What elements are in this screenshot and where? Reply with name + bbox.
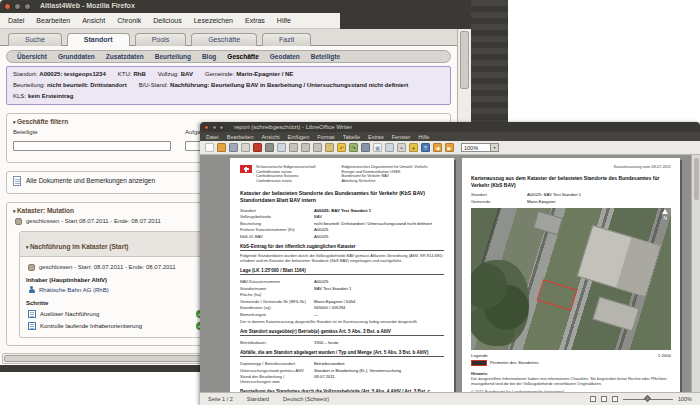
- book-view-icon[interactable]: [612, 396, 618, 402]
- toolbar-icon[interactable]: [229, 143, 238, 152]
- scrollbar-thumb[interactable]: [694, 158, 699, 200]
- writer-menubar: DateiBearbeitenAnsichtEinfügenFormatTabe…: [200, 132, 700, 141]
- browser-app-tab[interactable]: Geschäfte: [191, 33, 257, 46]
- field-rows: BAV-KatasternummerA00025StandortnameBAV …: [240, 279, 444, 317]
- page-style[interactable]: Standard: [247, 396, 269, 402]
- vertical-scrollbar[interactable]: [691, 155, 700, 392]
- toolbar-icon[interactable]: [253, 143, 262, 152]
- browser-app-tab[interactable]: Fazit: [262, 33, 311, 46]
- window-title: Altlast4Web - Mozilla Firefox: [40, 2, 135, 9]
- federal-header: Schweizerische EidgenossenschaftConfédér…: [240, 165, 444, 183]
- section-nav-item[interactable]: Blog: [202, 53, 216, 60]
- zoom-percent: 100%: [678, 396, 692, 402]
- info-pair: Vollzug:BAV: [158, 71, 205, 77]
- multi-page-view-icon[interactable]: [601, 396, 607, 402]
- menu-item[interactable]: Format: [317, 134, 334, 140]
- zoom-slider[interactable]: [623, 399, 673, 400]
- menu-item[interactable]: Ansicht: [261, 134, 279, 140]
- toolbar-icon[interactable]: [217, 143, 226, 152]
- toolbar-icon[interactable]: ✦: [397, 143, 406, 152]
- scrollbar-thumb[interactable]: [4, 355, 204, 362]
- toolbar-icon[interactable]: [241, 143, 250, 152]
- menu-item[interactable]: Extras: [245, 17, 265, 24]
- browser-app-tab[interactable]: Standort: [67, 33, 130, 46]
- doc-field-row: StandortA00025: BAV Test Standort 1: [240, 208, 444, 213]
- menu-item[interactable]: Datei: [206, 134, 219, 140]
- language-indicator[interactable]: Deutsch (Schweiz): [283, 396, 329, 402]
- menu-item[interactable]: Extras: [368, 134, 384, 140]
- toolbar-icon[interactable]: [313, 143, 322, 152]
- writer-titlebar: report (schreibgeschützt) - LibreOffice …: [200, 122, 700, 132]
- perimeter-swatch-icon: [471, 360, 487, 366]
- menu-item[interactable]: Fenster: [392, 134, 411, 140]
- filter-input[interactable]: [13, 141, 171, 151]
- writer-statusbar: Seite 1 / 2 Standard Deutsch (Schweiz) 1…: [200, 392, 700, 405]
- window-controls: [4, 3, 31, 10]
- maximize-button[interactable]: [24, 3, 31, 10]
- toolbar-icon[interactable]: [361, 143, 370, 152]
- browser-app-tab[interactable]: Pools: [135, 33, 187, 46]
- close-button[interactable]: [204, 125, 209, 130]
- section-nav-item[interactable]: Zusatzdaten: [106, 53, 144, 60]
- map-title: Kartenauszug aus dem Kataster der belast…: [471, 175, 671, 188]
- maximize-button[interactable]: [219, 125, 224, 130]
- field-label: Beteiligte: [13, 129, 185, 135]
- section-nav-item[interactable]: Beteiligte: [311, 53, 340, 60]
- section-nav-item[interactable]: Grunddaten: [58, 53, 95, 60]
- legend-item: Perimeter des Standortes: [471, 360, 671, 366]
- toolbar-icon[interactable]: ▶: [445, 143, 454, 152]
- toolbar-icon[interactable]: ★: [409, 143, 418, 152]
- menu-item[interactable]: Chronik: [117, 17, 141, 24]
- toolbar-icon[interactable]: [277, 143, 286, 152]
- minimize-button[interactable]: [14, 3, 21, 10]
- section-heading: Lage (LK 1:25'000 / Blatt 1164): [240, 268, 444, 275]
- minimize-button[interactable]: [212, 125, 217, 130]
- menu-item[interactable]: Delicious: [153, 17, 181, 24]
- confederation-lines: Schweizerische EidgenossenschaftConfédér…: [256, 165, 316, 183]
- close-button[interactable]: [4, 3, 11, 10]
- menu-item[interactable]: Einfügen: [288, 134, 310, 140]
- menu-item[interactable]: Hilfe: [277, 17, 291, 24]
- menu-item[interactable]: Ansicht: [82, 17, 105, 24]
- document-page-1: Schweizerische EidgenossenschaftConfédér…: [230, 158, 454, 392]
- zoom-slider-knob[interactable]: [644, 395, 651, 402]
- menu-item[interactable]: Bearbeiten: [227, 134, 254, 140]
- task-form-icon: [28, 322, 36, 330]
- browser-app-tab[interactable]: Suche: [8, 33, 62, 46]
- menu-item[interactable]: Datei: [8, 17, 24, 24]
- toolbar-icon[interactable]: [325, 143, 334, 152]
- department-lines: Eidgenössisches Departement für Umwelt, …: [342, 165, 429, 183]
- toolbar-icon[interactable]: ?: [421, 143, 430, 152]
- toolbar-icon[interactable]: [289, 143, 298, 152]
- doc-field-row: Betriebsdauer1900 – heute: [240, 340, 444, 345]
- toolbar-icon[interactable]: ↷: [349, 143, 358, 152]
- toolbar-icon[interactable]: ↶: [337, 143, 346, 152]
- legend-row: Legende 1:2000: [471, 353, 671, 358]
- section-nav-item[interactable]: Übersicht: [17, 53, 47, 60]
- tree-canopy: [471, 260, 529, 346]
- toolbar-icon[interactable]: [205, 143, 214, 152]
- section-nav-item[interactable]: Geodaten: [270, 53, 300, 60]
- toolbar-icon[interactable]: ▦: [373, 143, 382, 152]
- toolbar-icon[interactable]: [265, 143, 274, 152]
- chevron-down-icon[interactable]: ▾: [491, 143, 499, 152]
- toolbar-icon[interactable]: ◀: [433, 143, 442, 152]
- scrollbar-thumb[interactable]: [460, 31, 469, 89]
- info-pair: Gemeinde:Marin-Epagnier / NE: [205, 71, 305, 77]
- section-nav-item[interactable]: Geschäfte: [227, 53, 258, 60]
- toolbar-icon[interactable]: [385, 143, 394, 152]
- single-page-view-icon[interactable]: [590, 396, 596, 402]
- toolbar-icon[interactable]: [301, 143, 310, 152]
- header-line: Abteilung Sicherheit: [342, 179, 429, 184]
- legend-item-label: Perimeter des Standortes: [490, 360, 539, 365]
- document-area: Schweizerische EidgenossenschaftConfédér…: [200, 155, 700, 392]
- doc-field-row: StandortA00025: BAV Test Standort 1: [471, 192, 671, 197]
- section-nav-item[interactable]: Beurteilung: [155, 53, 191, 60]
- nachfuehrung-header[interactable]: Nachführung im Kataster (Start): [26, 243, 129, 250]
- zoom-value: 100%: [461, 143, 491, 152]
- menu-item[interactable]: Bearbeiten: [36, 17, 70, 24]
- zoom-combo[interactable]: 100% ▾: [461, 143, 499, 152]
- menu-item[interactable]: Lesezeichen: [194, 17, 233, 24]
- menu-item[interactable]: Tabelle: [343, 134, 360, 140]
- menu-item[interactable]: Hilfe: [418, 134, 429, 140]
